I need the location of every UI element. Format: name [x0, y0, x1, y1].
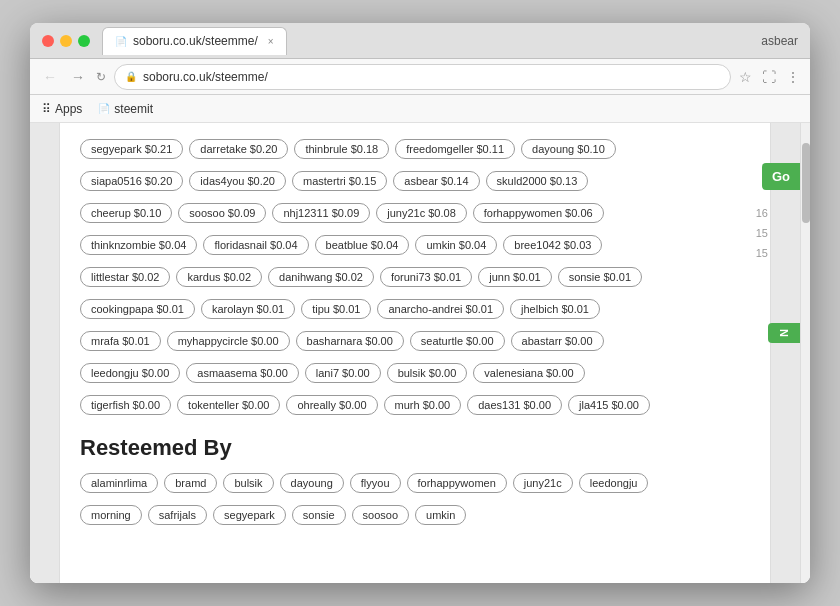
voter-tag[interactable]: bulsik $0.00: [387, 363, 468, 383]
voter-tag[interactable]: floridasnail $0.04: [203, 235, 308, 255]
voter-tag[interactable]: cheerup $0.10: [80, 203, 172, 223]
voter-tag[interactable]: littlestar $0.02: [80, 267, 170, 287]
minimize-button[interactable]: [60, 35, 72, 47]
voter-tag[interactable]: umkin $0.04: [415, 235, 497, 255]
voter-tag[interactable]: danihwang $0.02: [268, 267, 374, 287]
voters-row-3: cheerup $0.10 soosoo $0.09 nhj12311 $0.0…: [80, 203, 750, 223]
voter-tag[interactable]: basharnara $0.00: [296, 331, 404, 351]
voters-row-7: mrafa $0.01 myhappycircle $0.00 basharna…: [80, 331, 750, 351]
voter-tag[interactable]: murh $0.00: [384, 395, 462, 415]
voter-tag[interactable]: mastertri $0.15: [292, 171, 387, 191]
resteemed-tag[interactable]: leedongju: [579, 473, 649, 493]
resteemed-tag[interactable]: flyyou: [350, 473, 401, 493]
forward-button[interactable]: →: [68, 67, 88, 87]
resteemed-title: Resteemed By: [80, 435, 750, 461]
steemit-favicon: 📄: [98, 103, 110, 114]
voter-tag[interactable]: junn $0.01: [478, 267, 551, 287]
voters-section: segyepark $0.21 darretake $0.20 thinbrul…: [80, 139, 750, 415]
voter-tag[interactable]: karolayn $0.01: [201, 299, 295, 319]
voters-row-9: tigerfish $0.00 tokenteller $0.00 ohreal…: [80, 395, 750, 415]
url-text: soboru.co.uk/steemme/: [143, 70, 268, 84]
voter-tag[interactable]: asmaasema $0.00: [186, 363, 299, 383]
resteemed-tag[interactable]: sonsie: [292, 505, 346, 525]
resteemed-tag[interactable]: safrijals: [148, 505, 207, 525]
voter-tag[interactable]: asbear $0.14: [393, 171, 479, 191]
voter-tag[interactable]: skuld2000 $0.13: [486, 171, 589, 191]
voter-tag[interactable]: juny21c $0.08: [376, 203, 467, 223]
number-2: 15: [756, 223, 768, 243]
voters-row-6: cookingpapa $0.01 karolayn $0.01 tipu $0…: [80, 299, 750, 319]
voter-tag[interactable]: thinknzombie $0.04: [80, 235, 197, 255]
voter-tag[interactable]: kardus $0.02: [176, 267, 262, 287]
voter-tag[interactable]: tigerfish $0.00: [80, 395, 171, 415]
voter-tag[interactable]: seaturtle $0.00: [410, 331, 505, 351]
left-panel: [30, 123, 60, 583]
voter-tag[interactable]: darretake $0.20: [189, 139, 288, 159]
page-content: segyepark $0.21 darretake $0.20 thinbrul…: [60, 123, 770, 583]
resteemed-tag[interactable]: juny21c: [513, 473, 573, 493]
voter-tag[interactable]: daes131 $0.00: [467, 395, 562, 415]
content-area: segyepark $0.21 darretake $0.20 thinbrul…: [30, 123, 810, 583]
voter-tag[interactable]: forhappywomen $0.06: [473, 203, 604, 223]
resteemed-row-1: alaminrlima bramd bulsik dayoung flyyou …: [80, 473, 750, 493]
resteemed-tag[interactable]: alaminrlima: [80, 473, 158, 493]
scrollbar[interactable]: [800, 123, 810, 583]
action-button[interactable]: N: [768, 323, 800, 343]
voter-tag[interactable]: sonsie $0.01: [558, 267, 642, 287]
resteemed-tag[interactable]: segyepark: [213, 505, 286, 525]
apps-shortcut[interactable]: ⠿ Apps: [42, 102, 82, 116]
voter-tag[interactable]: soosoo $0.09: [178, 203, 266, 223]
resteemed-section: Resteemed By alaminrlima bramd bulsik da…: [80, 435, 750, 525]
back-button[interactable]: ←: [40, 67, 60, 87]
voter-tag[interactable]: jla415 $0.00: [568, 395, 650, 415]
voter-tag[interactable]: abastarr $0.00: [511, 331, 604, 351]
resteemed-tag[interactable]: bulsik: [223, 473, 273, 493]
bookmark-icon[interactable]: ☆: [739, 69, 752, 85]
voter-tag[interactable]: lani7 $0.00: [305, 363, 381, 383]
user-label: asbear: [761, 34, 798, 48]
voter-tag[interactable]: freedomgeller $0.11: [395, 139, 515, 159]
resteemed-tag[interactable]: forhappywomen: [407, 473, 507, 493]
voter-tag[interactable]: nhj12311 $0.09: [272, 203, 370, 223]
menu-icon[interactable]: ⋮: [786, 69, 800, 85]
voter-tag[interactable]: tipu $0.01: [301, 299, 371, 319]
resteemed-tag[interactable]: soosoo: [352, 505, 409, 525]
url-input[interactable]: 🔒 soboru.co.uk/steemme/: [114, 64, 731, 90]
resteemed-tag[interactable]: morning: [80, 505, 142, 525]
voter-tag[interactable]: dayoung $0.10: [521, 139, 616, 159]
fullscreen-icon[interactable]: ⛶: [762, 69, 776, 85]
voter-tag[interactable]: leedongju $0.00: [80, 363, 180, 383]
refresh-button[interactable]: ↻: [96, 70, 106, 84]
voter-tag[interactable]: myhappycircle $0.00: [167, 331, 290, 351]
voter-tag[interactable]: tokenteller $0.00: [177, 395, 280, 415]
browser-tab[interactable]: 📄 soboru.co.uk/steemme/ ×: [102, 27, 287, 55]
resteemed-tag[interactable]: umkin: [415, 505, 466, 525]
voter-tag[interactable]: jhelbich $0.01: [510, 299, 600, 319]
voter-tag[interactable]: valenesiana $0.00: [473, 363, 584, 383]
voter-tag[interactable]: thinbrule $0.18: [294, 139, 389, 159]
side-numbers: 16 15 15: [756, 203, 768, 263]
voters-row-5: littlestar $0.02 kardus $0.02 danihwang …: [80, 267, 750, 287]
right-panel: Go N 16 15 15: [770, 123, 800, 583]
voter-tag[interactable]: foruni73 $0.01: [380, 267, 472, 287]
voter-tag[interactable]: bree1042 $0.03: [503, 235, 602, 255]
steemit-bookmark[interactable]: 📄 steemit: [98, 102, 153, 116]
resteemed-tag[interactable]: bramd: [164, 473, 217, 493]
voters-row-2: siapa0516 $0.20 idas4you $0.20 mastertri…: [80, 171, 750, 191]
voter-tag[interactable]: mrafa $0.01: [80, 331, 161, 351]
maximize-button[interactable]: [78, 35, 90, 47]
resteemed-tag[interactable]: dayoung: [280, 473, 344, 493]
voter-tag[interactable]: beatblue $0.04: [315, 235, 410, 255]
close-button[interactable]: [42, 35, 54, 47]
voter-tag[interactable]: anarcho-andrei $0.01: [377, 299, 504, 319]
voter-tag[interactable]: ohreally $0.00: [286, 395, 377, 415]
voter-tag[interactable]: cookingpapa $0.01: [80, 299, 195, 319]
tab-favicon: 📄: [115, 36, 127, 47]
voter-tag[interactable]: segyepark $0.21: [80, 139, 183, 159]
scrollbar-thumb[interactable]: [802, 143, 810, 223]
go-button[interactable]: Go: [762, 163, 800, 190]
voter-tag[interactable]: siapa0516 $0.20: [80, 171, 183, 191]
address-bar: ← → ↻ 🔒 soboru.co.uk/steemme/ ☆ ⛶ ⋮: [30, 59, 810, 95]
tab-close-button[interactable]: ×: [268, 36, 274, 47]
voter-tag[interactable]: idas4you $0.20: [189, 171, 286, 191]
